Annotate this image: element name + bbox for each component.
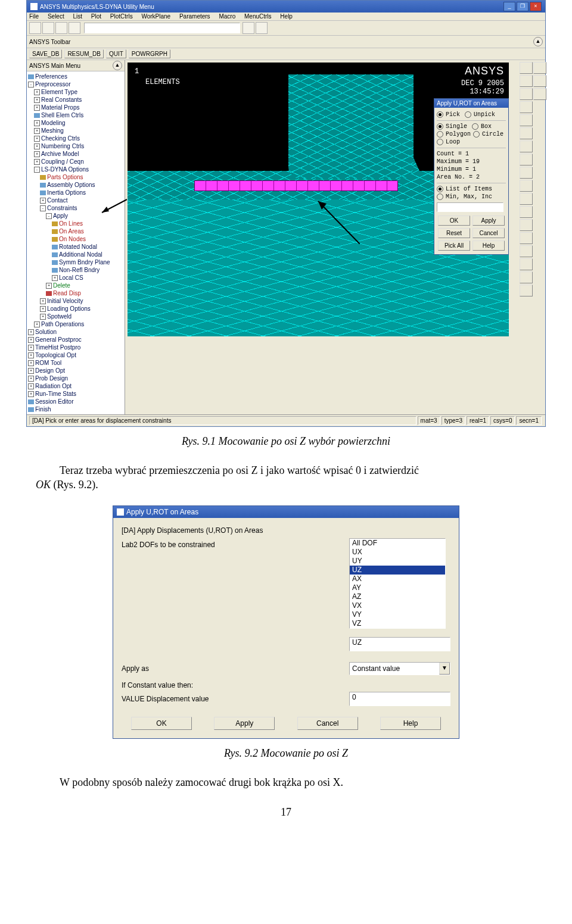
view-top-icon[interactable] xyxy=(520,101,533,113)
pick-cancel-button[interactable]: Cancel xyxy=(472,228,505,238)
selected-dof-box[interactable]: UZ xyxy=(349,637,450,651)
shade-icon[interactable] xyxy=(520,245,533,257)
list-az[interactable]: AZ xyxy=(350,592,445,601)
fit-icon[interactable] xyxy=(520,114,533,126)
tree-runtime[interactable]: Run-Time Stats xyxy=(35,391,76,397)
menu-plot[interactable]: Plot xyxy=(91,13,101,20)
tree-coupling[interactable]: Coupling / Ceqn xyxy=(41,158,84,165)
icon-new[interactable] xyxy=(29,22,41,34)
close-button[interactable]: × xyxy=(530,2,542,11)
tree-localcs[interactable]: Local CS xyxy=(59,274,83,281)
list-uy[interactable]: UY xyxy=(350,557,445,566)
radio-list[interactable] xyxy=(437,186,443,192)
tree-preprocessor[interactable]: Preprocessor xyxy=(35,81,70,88)
tree-real-constants[interactable]: Real Constants xyxy=(41,96,82,103)
menu-workplane[interactable]: WorkPlane xyxy=(141,13,170,20)
tree-on-areas[interactable]: On Areas xyxy=(59,228,84,235)
tree-probdesign[interactable]: Prob Design xyxy=(35,375,68,382)
pick-ok-button[interactable]: OK xyxy=(438,216,470,226)
tree-on-lines[interactable]: On Lines xyxy=(59,220,83,227)
pick-apply-button[interactable]: Apply xyxy=(472,216,505,226)
menu-help[interactable]: Help xyxy=(280,13,293,20)
tree-contact[interactable]: Contact xyxy=(47,197,67,204)
radio-loop[interactable] xyxy=(437,139,443,145)
chevron-down-icon[interactable]: ▼ xyxy=(439,663,450,675)
tree-radopt[interactable]: Radiation Opt xyxy=(35,383,72,389)
command-input[interactable] xyxy=(84,23,240,33)
tree-assembly[interactable]: Assembly Options xyxy=(47,182,95,188)
rotate-icon[interactable] xyxy=(520,167,533,179)
tree-nonrefl[interactable]: Non-Refl Bndry xyxy=(59,267,100,273)
menu-menuctrls[interactable]: MenuCtrls xyxy=(244,13,272,20)
tree-numbering[interactable]: Numbering Ctrls xyxy=(41,143,84,149)
icon-print[interactable] xyxy=(69,22,80,34)
tree-modeling[interactable]: Modeling xyxy=(41,120,66,126)
main-menu-tree[interactable]: ANSYS Main Menu▲ Preferences -Preprocess… xyxy=(27,60,125,414)
tree-add-nodal[interactable]: Additional Nodal xyxy=(59,251,102,258)
wire-icon[interactable] xyxy=(520,232,533,244)
pick-reset-button[interactable]: Reset xyxy=(438,228,470,238)
pick-pickall-button[interactable]: Pick All xyxy=(438,241,470,251)
resum-db-button[interactable]: RESUM_DB xyxy=(64,49,104,58)
powrgrph-button[interactable]: POWRGRPH xyxy=(129,49,170,58)
radio-pick[interactable] xyxy=(437,111,443,118)
radio-single[interactable] xyxy=(437,123,443,130)
list-vy[interactable]: VY xyxy=(350,610,445,619)
zoom-out-icon[interactable] xyxy=(520,141,533,152)
radio-unpick[interactable] xyxy=(465,111,471,118)
pan-icon[interactable] xyxy=(520,180,533,192)
tree-solution[interactable]: Solution xyxy=(35,329,57,335)
list-alldof[interactable]: All DOF xyxy=(350,539,445,548)
tree-read-disp[interactable]: Read Disp xyxy=(53,290,81,296)
reset-icon[interactable] xyxy=(520,206,533,218)
menu-list[interactable]: List xyxy=(73,13,82,20)
tree-element-type[interactable]: Element Type xyxy=(41,89,77,95)
icon-open[interactable] xyxy=(42,22,54,34)
menu-file[interactable]: File xyxy=(29,13,39,20)
tree-pathops[interactable]: Path Operations xyxy=(41,321,84,327)
view-side-icon[interactable] xyxy=(520,88,533,100)
dyn-rotate-icon[interactable] xyxy=(520,193,533,205)
pick-text-input[interactable] xyxy=(437,202,503,212)
radio-circle[interactable] xyxy=(473,131,480,138)
tree-spotweld[interactable]: Spotweld xyxy=(47,313,72,320)
view-iso-icon[interactable] xyxy=(520,62,533,74)
menu-plotctrls[interactable]: PlotCtrls xyxy=(110,13,133,20)
radio-box[interactable] xyxy=(472,123,478,130)
tree-finish[interactable]: Finish xyxy=(35,406,51,413)
maximize-button[interactable]: ❐ xyxy=(517,2,529,11)
dialog-help-button[interactable]: Help xyxy=(380,717,441,730)
tree-parts[interactable]: Parts Options xyxy=(47,174,83,180)
list-ax[interactable]: AX xyxy=(350,575,445,583)
displacement-value-input[interactable]: 0 xyxy=(349,692,450,706)
tree-rom[interactable]: ROM Tool xyxy=(35,360,61,366)
multiview-icon[interactable] xyxy=(520,219,533,231)
tree-apply[interactable]: Apply xyxy=(53,213,68,219)
icon-refresh[interactable] xyxy=(243,22,254,34)
graphics-viewport[interactable]: 1 ELEMENTS ANSYS DEC 9 2005 13:45:29 xyxy=(128,63,509,336)
tree-shell-elem[interactable]: Shell Elem Ctrls xyxy=(41,112,83,118)
dofs-listbox[interactable]: All DOF UX UY UZ AX AY AZ VX VY VZ xyxy=(349,538,446,629)
tree-meshing[interactable]: Meshing xyxy=(41,127,64,134)
tree-timehist[interactable]: TimeHist Postpro xyxy=(35,344,80,351)
tree-load-opt[interactable]: Loading Options xyxy=(47,305,91,312)
transparent-icon[interactable] xyxy=(520,258,533,270)
tree-symm[interactable]: Symm Bndry Plane xyxy=(59,259,110,266)
tree-preferences[interactable]: Preferences xyxy=(35,73,67,80)
list-ay[interactable]: AY xyxy=(350,583,445,592)
pick-help-button[interactable]: Help xyxy=(472,241,505,251)
zoom-in-icon[interactable] xyxy=(520,127,533,139)
tree-inertia[interactable]: Inertia Options xyxy=(47,189,86,196)
menu-parameters[interactable]: Parameters xyxy=(179,13,210,20)
tree-genpost[interactable]: General Postproc xyxy=(35,336,82,343)
tree-rot-nodal[interactable]: Rotated Nodal xyxy=(59,244,97,250)
tree-delete[interactable]: Delete xyxy=(53,282,70,289)
list-ux[interactable]: UX xyxy=(350,548,445,557)
quit-button[interactable]: QUIT xyxy=(106,49,126,58)
radio-polygon[interactable] xyxy=(437,131,443,138)
list-vx[interactable]: VX xyxy=(350,601,445,610)
radio-minmax[interactable] xyxy=(437,193,443,200)
toolbar-scroll-icon[interactable]: ▲ xyxy=(533,37,543,46)
powgr-icon[interactable] xyxy=(533,88,546,100)
icon-utility[interactable] xyxy=(256,22,268,34)
